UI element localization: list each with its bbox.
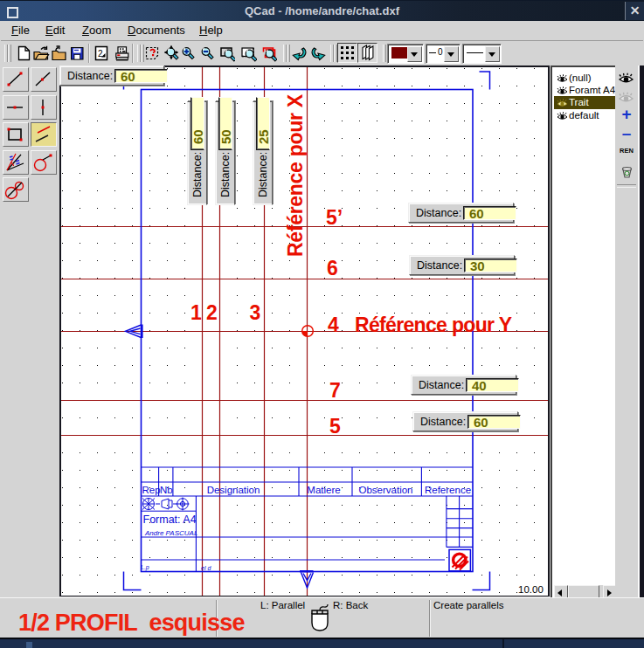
svg-text:5’: 5’ xyxy=(326,206,343,229)
svg-text:el d: el d xyxy=(201,565,211,571)
svg-text:Nb: Nb xyxy=(160,485,173,495)
svg-text:Matiere: Matiere xyxy=(307,485,340,495)
svg-text:Format: A4: Format: A4 xyxy=(143,514,197,526)
svg-text:4: 4 xyxy=(328,314,339,336)
svg-text:5: 5 xyxy=(329,415,341,438)
svg-text:Rep: Rep xyxy=(142,485,161,495)
svg-text:Reference: Reference xyxy=(425,485,471,495)
svg-text:Référence pour Y: Référence pour Y xyxy=(355,314,512,336)
svg-text:Andre PASCUAL: Andre PASCUAL xyxy=(144,529,197,537)
svg-text:L.p: L.p xyxy=(141,564,149,571)
svg-text:6: 6 xyxy=(327,257,338,279)
svg-text:10.00: 10.00 xyxy=(518,584,544,595)
svg-text:3: 3 xyxy=(250,301,261,324)
svg-text:Observation: Observation xyxy=(358,485,412,495)
svg-text:1: 1 xyxy=(190,301,202,324)
svg-text:Référence pour X: Référence pour X xyxy=(284,93,307,257)
svg-text:Designation: Designation xyxy=(207,485,260,495)
svg-text:2: 2 xyxy=(206,301,218,324)
svg-text:7: 7 xyxy=(329,379,341,402)
